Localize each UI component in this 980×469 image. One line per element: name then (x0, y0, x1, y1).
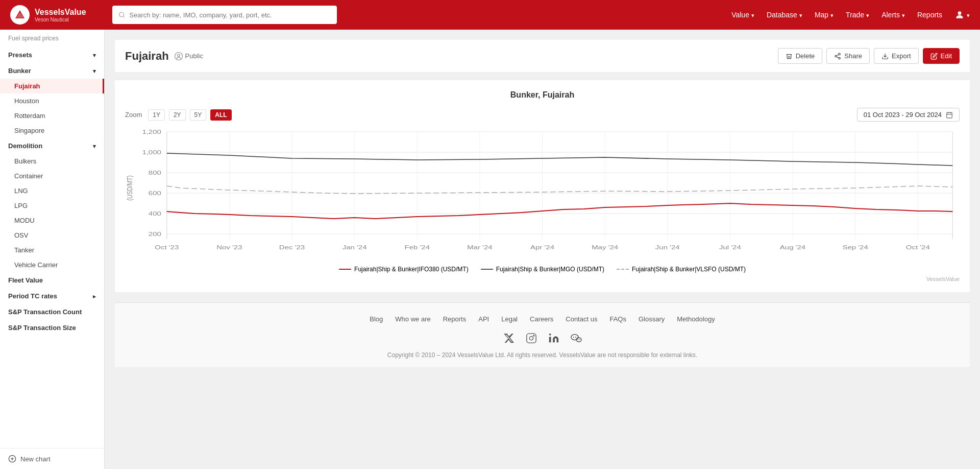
svg-point-11 (835, 55, 837, 57)
sidebar-item-bulkers[interactable]: Bulkers (0, 154, 104, 169)
legend-mgo: Fujairah|Ship & Bunker|MGO (USD/MT) (481, 266, 604, 273)
sidebar-fleet-value[interactable]: Fleet Value (0, 272, 104, 288)
footer-link-contact[interactable]: Contact us (566, 315, 597, 323)
sidebar-item-rotterdam[interactable]: Rotterdam (0, 108, 104, 123)
sidebar-item-tanker[interactable]: Tanker (0, 243, 104, 257)
sidebar-item-houston[interactable]: Houston (0, 93, 104, 108)
sidebar-sp-count[interactable]: S&P Transaction Count (0, 304, 104, 320)
svg-point-9 (177, 54, 180, 57)
search-bar[interactable] (112, 6, 337, 24)
sidebar-presets-header[interactable]: Presets (0, 47, 104, 63)
svg-text:Oct '23: Oct '23 (155, 244, 179, 251)
svg-text:Mar '24: Mar '24 (467, 244, 492, 251)
svg-text:Apr '24: Apr '24 (530, 244, 554, 251)
footer-link-methodology[interactable]: Methodology (677, 315, 715, 323)
chart-wrapper: 1,200 1,000 800 600 400 200 (USD/MT) Oct… (125, 127, 960, 260)
new-chart-button[interactable]: New chart (0, 448, 104, 469)
sidebar-bunker-header[interactable]: Bunker (0, 63, 104, 79)
twitter-icon[interactable] (502, 331, 516, 345)
zoom-1y[interactable]: 1Y (148, 109, 165, 121)
chart-container: Bunker, Fujairah Zoom 1Y 2Y 5Y ALL 01 Oc… (115, 80, 970, 292)
footer-link-reports[interactable]: Reports (443, 315, 467, 323)
zoom-all[interactable]: ALL (210, 109, 231, 121)
svg-text:1,000: 1,000 (142, 149, 161, 156)
footer-link-legal[interactable]: Legal (501, 315, 518, 323)
svg-text:200: 200 (149, 231, 161, 238)
svg-rect-16 (947, 112, 952, 118)
linkedin-icon[interactable] (547, 331, 561, 345)
svg-line-13 (837, 56, 839, 57)
svg-point-73 (579, 339, 580, 340)
sidebar-item-singapore[interactable]: Singapore (0, 123, 104, 138)
svg-text:400: 400 (149, 210, 161, 217)
footer-link-careers[interactable]: Careers (530, 315, 553, 323)
action-buttons: Delete Share Export (778, 48, 960, 64)
sidebar-item-fujairah[interactable]: Fujairah (0, 79, 104, 93)
user-icon (954, 10, 965, 20)
sidebar-item-modu[interactable]: MODU (0, 213, 104, 228)
edit-button[interactable]: Edit (923, 48, 960, 64)
nav-reports[interactable]: Reports (917, 11, 942, 19)
wechat-icon[interactable] (569, 331, 583, 345)
footer-link-api[interactable]: API (478, 315, 489, 323)
zoom-2y[interactable]: 2Y (169, 109, 186, 121)
share-button[interactable]: Share (826, 48, 870, 64)
page-header: Fujairah Public Delete (115, 40, 970, 72)
sidebar-sp-size[interactable]: S&P Transaction Size (0, 320, 104, 336)
nav-map[interactable]: Map (815, 11, 834, 19)
svg-text:600: 600 (149, 190, 161, 197)
svg-text:Jul '24: Jul '24 (719, 244, 741, 251)
logo-text-area: VesselsValue Veson Nautical (35, 7, 86, 22)
nav-value[interactable]: Value (731, 11, 754, 19)
svg-point-71 (575, 337, 576, 338)
footer-link-faqs[interactable]: FAQs (609, 315, 626, 323)
nav-trade[interactable]: Trade (846, 11, 869, 19)
sidebar-item-vehicle-carrier[interactable]: Vehicle Carrier (0, 257, 104, 272)
sidebar-item-container[interactable]: Container (0, 169, 104, 183)
date-range-button[interactable]: 01 Oct 2023 - 29 Oct 2024 (857, 108, 960, 122)
brand-sub: Veson Nautical (35, 17, 86, 22)
nav-database[interactable]: Database (767, 11, 802, 19)
date-range-text: 01 Oct 2023 - 29 Oct 2024 (864, 111, 942, 119)
chart-controls: Zoom 1Y 2Y 5Y ALL 01 Oct 2023 - 29 Oct 2… (125, 108, 960, 122)
svg-point-2 (119, 12, 124, 17)
sidebar-item-lpg[interactable]: LPG (0, 198, 104, 213)
svg-point-12 (839, 57, 841, 59)
share-icon (834, 53, 841, 60)
footer: Blog Who we are Reports API Legal Career… (115, 302, 970, 367)
export-button[interactable]: Export (874, 48, 919, 64)
svg-text:Oct '24: Oct '24 (906, 244, 930, 251)
sidebar-period-tc[interactable]: Period TC rates (0, 288, 104, 304)
svg-point-70 (573, 337, 574, 338)
instagram-icon[interactable] (524, 331, 538, 345)
bunker-chevron (93, 67, 96, 75)
svg-point-65 (533, 335, 534, 336)
svg-text:Feb '24: Feb '24 (405, 244, 430, 251)
brand-name: VesselsValue (35, 7, 86, 17)
chart-legend: Fujairah|Ship & Bunker|IFO380 (USD/MT) F… (125, 266, 960, 273)
logo-area[interactable]: VesselsValue Veson Nautical (10, 5, 102, 25)
zoom-5y[interactable]: 5Y (190, 109, 207, 121)
legend-vlsfo: Fujairah|Ship & Bunker|VLSFO (USD/MT) (617, 266, 746, 273)
footer-link-who[interactable]: Who we are (395, 315, 430, 323)
footer-link-blog[interactable]: Blog (370, 315, 383, 323)
sidebar-item-lng[interactable]: LNG (0, 183, 104, 198)
zoom-controls: Zoom 1Y 2Y 5Y ALL (125, 109, 232, 121)
sidebar-item-osv[interactable]: OSV (0, 228, 104, 243)
nav-alerts[interactable]: Alerts (881, 11, 905, 19)
export-icon (881, 53, 889, 60)
user-menu[interactable] (954, 10, 970, 20)
search-input[interactable] (129, 11, 331, 19)
sidebar-fuel-spread[interactable]: Fuel spread prices (0, 30, 104, 47)
sidebar-demolition-header[interactable]: Demolition (0, 138, 104, 154)
svg-point-67 (549, 334, 551, 336)
period-tc-chevron (93, 292, 96, 300)
svg-point-72 (577, 339, 578, 340)
legend-ifo380-line (339, 267, 351, 272)
nav-links: Value Database Map Trade Alerts Reports (731, 10, 970, 20)
presets-chevron (93, 51, 96, 59)
footer-link-glossary[interactable]: Glossary (639, 315, 665, 323)
svg-text:1,200: 1,200 (142, 129, 161, 135)
main-content: Fujairah Public Delete (105, 30, 980, 469)
delete-button[interactable]: Delete (778, 48, 823, 64)
